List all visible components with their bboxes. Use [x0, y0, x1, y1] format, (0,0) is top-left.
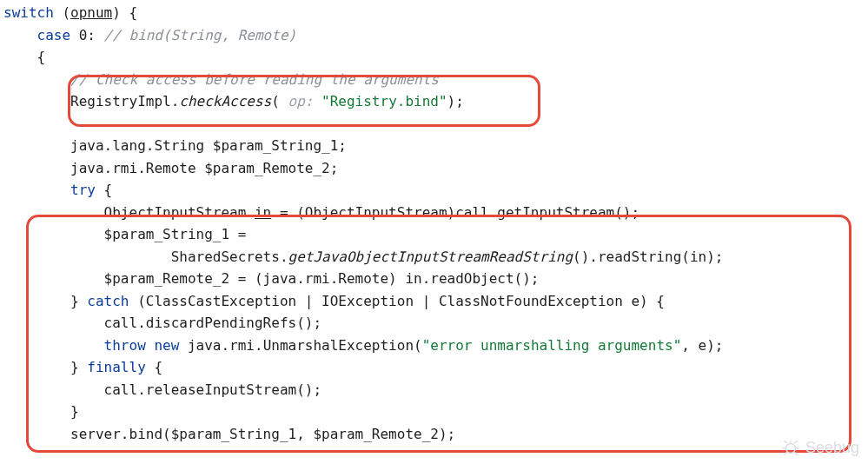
bug-icon [781, 438, 800, 457]
code-line [3, 116, 12, 132]
token-comment: // bind(String, Remote) [104, 27, 297, 43]
code-line: call.releaseInputStream(); [3, 381, 321, 398]
code-line: } catch (ClassCastException | IOExceptio… [3, 293, 665, 309]
code-line: call.discardPendingRefs(); [3, 315, 321, 331]
token-ident-u: opnum [70, 4, 112, 21]
code-line: ObjectInputStream in = (ObjectInputStrea… [3, 204, 639, 221]
token-ident-u: in [255, 204, 271, 221]
code-line: java.lang.String $param_String_1; [3, 137, 347, 154]
code-line: { [3, 49, 45, 65]
code-line: server.bind($param_String_1, $param_Remo… [3, 426, 455, 442]
code-line: SharedSecrets.getJavaObjectInputStreamRe… [3, 249, 723, 265]
code-line: // Check access before reading the argum… [3, 71, 439, 88]
code-line: java.rmi.Remote $param_Remote_2; [3, 160, 338, 176]
seebug-watermark: Seebug [781, 438, 859, 457]
token-kw: catch [87, 293, 129, 309]
token-kw: throw new [104, 337, 180, 354]
code-line: RegistryImpl.checkAccess( op: "Registry.… [3, 93, 464, 109]
token-call: getJavaObjectInputStreamReadString [288, 249, 573, 265]
code-line: try { [3, 182, 112, 198]
code-line: $param_String_1 = [3, 226, 246, 242]
token-call: checkAccess [179, 93, 271, 109]
token-kw: case [37, 27, 71, 43]
code-line: } [3, 403, 79, 420]
code-line: case 0: // bind(String, Remote) [3, 27, 296, 43]
token-kw: switch [3, 4, 54, 21]
token-string: "Registry.bind" [321, 93, 447, 109]
token-hint: op: [288, 93, 322, 109]
svg-point-0 [785, 443, 795, 453]
source-code: switch (opnum) { case 0: // bind(String,… [0, 0, 868, 445]
token-comment: // Check access before reading the argum… [70, 71, 439, 88]
code-line: switch (opnum) { [3, 4, 137, 21]
token-string: "error unmarshalling arguments" [422, 337, 682, 354]
watermark-text: Seebug [805, 439, 859, 457]
code-line: $param_Remote_2 = (java.rmi.Remote) in.r… [3, 270, 540, 287]
token-kw: finally [87, 359, 145, 375]
code-line: throw new java.rmi.UnmarshalException("e… [3, 337, 723, 354]
code-line: } finally { [3, 359, 162, 375]
token-kw: try [70, 182, 96, 198]
